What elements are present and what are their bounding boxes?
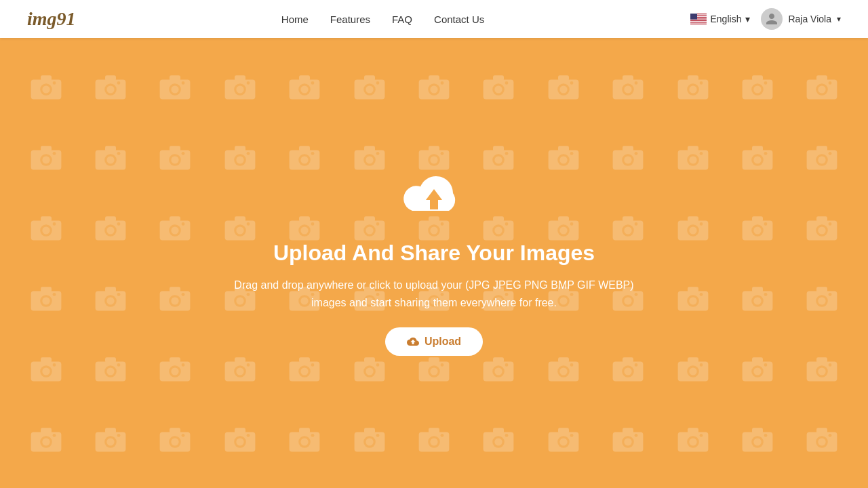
svg-rect-388 — [743, 432, 773, 452]
camera-bg-icon — [143, 333, 208, 404]
hero-section: Upload And Share Your Images Drag and dr… — [0, 38, 868, 488]
svg-rect-118 — [613, 150, 644, 170]
svg-point-352 — [246, 434, 250, 437]
svg-point-55 — [622, 83, 634, 96]
camera-bg-icon — [725, 263, 789, 333]
camera-bg-icon — [790, 263, 854, 333]
svg-point-262 — [764, 293, 768, 296]
svg-rect-383 — [677, 432, 708, 452]
svg-point-315 — [622, 365, 634, 378]
svg-point-106 — [430, 156, 437, 163]
svg-point-67 — [764, 81, 768, 85]
svg-rect-144 — [105, 216, 116, 222]
svg-point-197 — [764, 222, 768, 226]
svg-rect-273 — [96, 362, 126, 382]
svg-rect-334 — [41, 428, 52, 433]
svg-rect-339 — [105, 428, 116, 433]
svg-point-46 — [495, 85, 502, 93]
svg-point-317 — [635, 363, 638, 367]
user-menu[interactable]: Raja Viola ▾ — [761, 8, 841, 30]
svg-point-290 — [298, 365, 311, 378]
svg-rect-99 — [364, 146, 375, 151]
svg-rect-189 — [688, 216, 698, 222]
language-selector[interactable]: English ▾ — [690, 14, 751, 24]
svg-point-392 — [764, 434, 768, 437]
svg-rect-14 — [105, 75, 116, 81]
svg-rect-88 — [224, 150, 255, 170]
svg-rect-89 — [235, 146, 245, 151]
svg-rect-7 — [690, 14, 697, 20]
svg-rect-318 — [677, 362, 708, 382]
svg-rect-83 — [160, 150, 191, 170]
svg-point-10 — [40, 83, 52, 96]
svg-rect-6 — [690, 23, 707, 24]
svg-point-60 — [687, 83, 699, 96]
svg-rect-48 — [548, 80, 578, 100]
svg-rect-314 — [623, 357, 633, 363]
svg-point-70 — [816, 83, 828, 96]
svg-point-30 — [298, 83, 311, 96]
logo[interactable]: img91 — [27, 8, 76, 30]
svg-point-212 — [117, 293, 121, 296]
svg-point-127 — [699, 152, 703, 155]
svg-rect-324 — [752, 357, 763, 363]
svg-rect-338 — [96, 432, 126, 452]
svg-point-95 — [298, 154, 311, 166]
svg-rect-139 — [41, 216, 52, 222]
svg-point-151 — [172, 226, 179, 234]
nav-links: Home Features FAQ Contact Us — [281, 14, 484, 25]
svg-point-101 — [366, 156, 373, 163]
svg-point-27 — [246, 81, 250, 85]
svg-point-142 — [52, 222, 56, 226]
svg-point-121 — [625, 156, 632, 163]
nav-home[interactable]: Home — [281, 14, 309, 25]
svg-rect-29 — [299, 75, 310, 81]
nav-faq[interactable]: FAQ — [392, 14, 412, 25]
svg-point-332 — [829, 363, 832, 367]
svg-rect-59 — [688, 75, 698, 81]
svg-point-11 — [42, 85, 50, 93]
svg-rect-64 — [752, 75, 763, 81]
svg-point-307 — [505, 363, 509, 367]
svg-point-322 — [699, 363, 703, 367]
svg-point-210 — [104, 295, 117, 307]
svg-point-12 — [52, 81, 56, 85]
svg-point-296 — [366, 367, 373, 375]
nav-features[interactable]: Features — [330, 14, 370, 25]
svg-point-370 — [493, 436, 505, 448]
svg-rect-19 — [170, 75, 180, 81]
svg-rect-269 — [41, 357, 52, 363]
svg-point-65 — [751, 83, 764, 96]
camera-bg-icon — [660, 192, 725, 263]
svg-rect-63 — [743, 80, 773, 100]
svg-point-211 — [106, 297, 114, 304]
camera-bg-icon — [208, 404, 272, 474]
svg-point-275 — [104, 365, 117, 378]
svg-point-366 — [430, 438, 437, 445]
svg-point-340 — [104, 436, 117, 448]
svg-rect-354 — [299, 428, 310, 433]
svg-point-100 — [363, 154, 376, 166]
svg-rect-98 — [354, 150, 384, 170]
svg-rect-203 — [31, 291, 61, 311]
svg-rect-333 — [31, 432, 61, 452]
svg-rect-323 — [743, 362, 773, 382]
svg-rect-214 — [170, 287, 180, 292]
svg-point-357 — [311, 434, 315, 437]
svg-rect-94 — [299, 146, 310, 151]
svg-rect-254 — [688, 287, 698, 292]
svg-rect-268 — [31, 362, 61, 382]
camera-bg-icon — [531, 52, 595, 122]
hero-title: Upload And Share Your Images — [273, 241, 595, 266]
svg-point-15 — [104, 83, 117, 96]
camera-bg-icon — [660, 122, 725, 192]
svg-point-377 — [570, 434, 573, 437]
svg-rect-393 — [807, 432, 837, 452]
nav-contact[interactable]: Contact Us — [434, 14, 484, 25]
svg-point-82 — [117, 152, 121, 155]
svg-rect-13 — [96, 80, 126, 100]
svg-point-266 — [818, 297, 826, 304]
camera-bg-icon — [143, 404, 208, 474]
svg-point-356 — [301, 438, 309, 445]
upload-button[interactable]: Upload — [385, 327, 483, 356]
